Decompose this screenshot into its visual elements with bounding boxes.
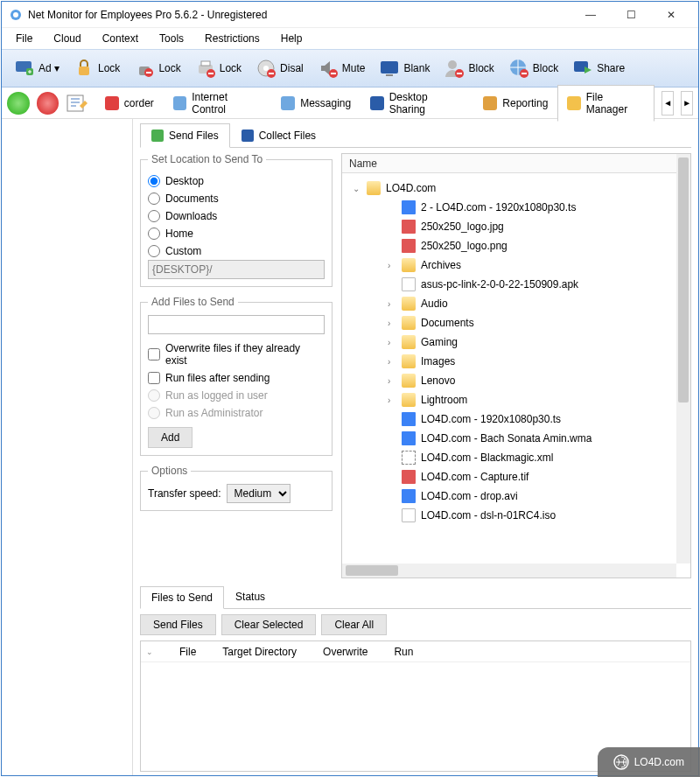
toolbar-user-block[interactable]: Block <box>437 54 500 82</box>
tab-desktop-sharing[interactable]: Desktop Sharing <box>360 85 473 121</box>
maximize-button[interactable]: ☐ <box>611 2 651 28</box>
folder-item[interactable]: ›Images <box>342 352 676 371</box>
toolbar-lock-red[interactable]: Lock <box>127 54 187 82</box>
location-path <box>148 260 325 279</box>
check-overwrite[interactable]: Overwrite files if they already exist <box>148 340 325 369</box>
svg-rect-14 <box>381 61 398 74</box>
gridcol-target-directory[interactable]: Target Directory <box>222 646 323 658</box>
options-legend: Options <box>148 465 191 477</box>
options-fieldset: Options Transfer speed: Medium <box>140 465 332 511</box>
svg-rect-4 <box>79 66 89 75</box>
watermark: LO4D.com <box>598 747 700 777</box>
location-desktop[interactable]: Desktop <box>148 172 325 190</box>
file-item[interactable]: LO4D.com - 1920x1080p30.ts <box>342 410 676 429</box>
window-title: Net Monitor for Employees Pro 5.6.2 - Un… <box>28 9 570 21</box>
tab-messaging[interactable]: Messaging <box>271 90 360 116</box>
sub-toolbar: corderInternet ControlMessagingDesktop S… <box>2 88 698 119</box>
tab-internet-control[interactable]: Internet Control <box>164 85 271 121</box>
toolbar-cd-disable[interactable]: Disal <box>248 54 311 82</box>
file-item[interactable]: 250x250_logo.jpg <box>342 217 676 236</box>
location-home[interactable]: Home <box>148 225 325 242</box>
location-downloads[interactable]: Downloads <box>148 207 325 225</box>
ok-icon[interactable] <box>7 92 30 115</box>
gridcol-overwrite[interactable]: Overwrite <box>323 646 394 658</box>
toolbar-mute[interactable]: Mute <box>311 54 373 82</box>
file-item[interactable]: LO4D.com - Blackmagic.xml <box>342 448 676 467</box>
folder-item[interactable]: ›Audio <box>342 294 676 313</box>
minimize-button[interactable]: — <box>570 2 611 28</box>
subtab-collect-files[interactable]: Collect Files <box>230 122 327 147</box>
gridcol-run[interactable]: Run <box>394 646 439 658</box>
addfiles-fieldset: Add Files to Send Overwrite files if the… <box>140 296 332 456</box>
bottom-tab-status[interactable]: Status <box>224 585 276 608</box>
file-subtabs: Send FilesCollect Files <box>140 122 691 148</box>
file-vscrollbar[interactable] <box>676 154 690 564</box>
location-custom[interactable]: Custom <box>148 242 325 260</box>
file-browser: Name ⌄ ⌄LO4D.com 2 - LO4D.com - 1920x108… <box>341 153 691 578</box>
folder-item[interactable]: ›Lenovo <box>342 371 676 390</box>
tab-scroll-right[interactable]: ► <box>681 91 693 116</box>
folder-item[interactable]: ›Gaming <box>342 332 676 352</box>
folder-item[interactable]: ›Archives <box>342 256 676 275</box>
titlebar: Net Monitor for Employees Pro 5.6.2 - Un… <box>2 2 698 28</box>
file-item[interactable]: 2 - LO4D.com - 1920x1080p30.ts <box>342 198 676 217</box>
menu-restrictions[interactable]: Restrictions <box>196 31 269 46</box>
btn-clear-selected[interactable]: Clear Selected <box>221 614 317 635</box>
app-icon <box>9 8 23 22</box>
runas-user: Run as logged in user <box>148 387 325 404</box>
menubar: File Cloud Context Tools Restrictions He… <box>2 28 698 49</box>
svg-point-1 <box>13 12 18 18</box>
menu-cloud[interactable]: Cloud <box>45 31 89 46</box>
svg-point-11 <box>263 66 269 71</box>
transfer-speed-select[interactable]: Medium <box>227 484 290 503</box>
main-toolbar: Ad ▾LockLockLockDisalMuteBlankBlockBlock… <box>2 49 698 88</box>
folder-item[interactable]: ›Lightroom <box>342 390 676 410</box>
svg-rect-21 <box>67 95 83 111</box>
btn-clear-all[interactable]: Clear All <box>321 614 387 635</box>
transfer-speed-label: Transfer speed: <box>148 487 221 500</box>
toolbar-printer-lock[interactable]: Lock <box>188 54 248 82</box>
svg-rect-8 <box>201 61 210 66</box>
gridcol-file[interactable]: File <box>179 646 222 658</box>
tab-corder[interactable]: corder <box>95 90 164 116</box>
tab-scroll-left[interactable]: ◄ <box>662 91 674 116</box>
location-documents[interactable]: Documents <box>148 190 325 207</box>
cancel-icon[interactable] <box>37 92 60 115</box>
add-button[interactable]: Add <box>148 427 192 448</box>
file-item[interactable]: LO4D.com - drop.avi <box>342 486 676 506</box>
menu-tools[interactable]: Tools <box>150 31 192 46</box>
btn-send-files[interactable]: Send Files <box>140 614 216 635</box>
menu-context[interactable]: Context <box>94 31 147 46</box>
addfiles-legend: Add Files to Send <box>148 296 238 308</box>
file-hscrollbar[interactable] <box>342 564 676 578</box>
file-item[interactable]: asus-pc-link-2-0-0-22-150909.apk <box>342 275 676 294</box>
toolbar-monitor-share[interactable]: Share <box>565 54 632 82</box>
tree-root[interactable]: ⌄LO4D.com <box>342 178 676 198</box>
folder-item[interactable]: ›Documents <box>342 313 676 332</box>
toolbar-lock-yellow[interactable]: Lock <box>66 54 127 82</box>
location-legend: Set Location to Send To <box>148 153 266 165</box>
toolbar-monitor-add[interactable]: Ad ▾ <box>7 54 66 82</box>
tab-file-manager[interactable]: File Manager <box>557 85 654 122</box>
file-item[interactable]: 250x250_logo.png <box>342 236 676 256</box>
edit-icon[interactable] <box>66 92 88 115</box>
addfiles-input[interactable] <box>148 315 325 334</box>
tab-reporting[interactable]: Reporting <box>473 90 557 116</box>
toolbar-globe-block[interactable]: Block <box>501 54 565 82</box>
svg-rect-15 <box>386 74 393 76</box>
left-panel <box>2 119 133 775</box>
subtab-send-files[interactable]: Send Files <box>140 123 230 148</box>
file-item[interactable]: LO4D.com - dsl-n-01RC4.iso <box>342 506 676 525</box>
bottom-tab-files-to-send[interactable]: Files to Send <box>140 586 224 609</box>
file-item[interactable]: LO4D.com - Bach Sonata Amin.wma <box>342 429 676 448</box>
file-browser-header[interactable]: Name ⌄ <box>342 154 690 173</box>
runas-administrator: Run as Administrator <box>148 404 325 422</box>
location-fieldset: Set Location to Send To DesktopDocuments… <box>140 153 332 287</box>
menu-help[interactable]: Help <box>272 31 312 46</box>
check-run[interactable]: Run files after sending <box>148 369 325 387</box>
toolbar-monitor-blank[interactable]: Blank <box>372 54 437 82</box>
svg-point-16 <box>448 60 457 69</box>
file-item[interactable]: LO4D.com - Capture.tif <box>342 467 676 486</box>
close-button[interactable]: ✕ <box>651 2 691 28</box>
menu-file[interactable]: File <box>7 31 41 46</box>
